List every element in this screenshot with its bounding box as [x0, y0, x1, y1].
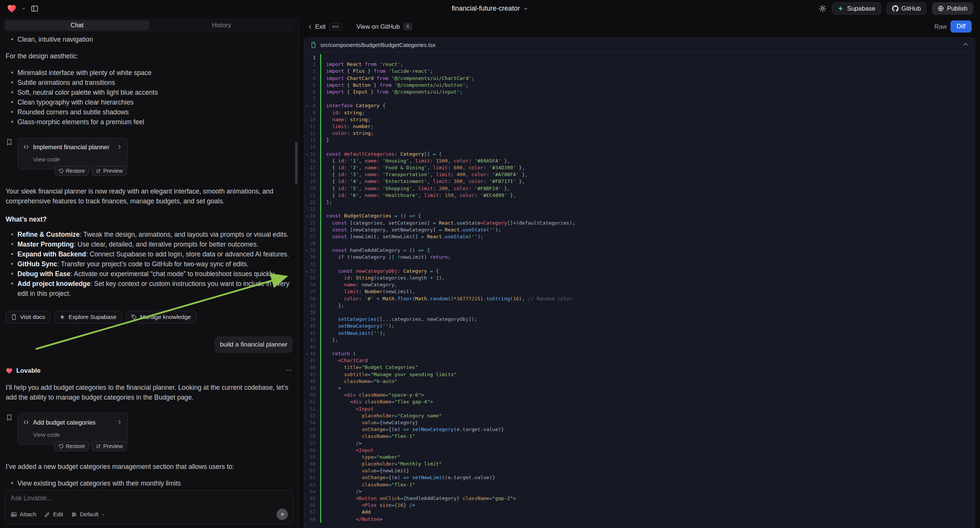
supabase-button[interactable]: Supabase	[832, 2, 881, 15]
tab-history[interactable]: History	[149, 21, 294, 30]
main-layout: Chat History Clean, intuitive navigation…	[0, 17, 980, 528]
attach-button[interactable]: Attach	[11, 511, 37, 518]
quick-actions-row: Visit docsExplore SupabaseManage knowled…	[6, 310, 293, 323]
version-card-title: Add budget categories	[33, 417, 113, 427]
code-body[interactable]: 12import React from 'react';3import { Pl…	[304, 52, 975, 528]
settings-gear-icon[interactable]	[819, 5, 827, 13]
preview-button[interactable]: Preview	[92, 441, 127, 451]
code-line: 26 const [newCategory, setNewCategory] =…	[304, 226, 975, 233]
project-title-menu[interactable]: financial-future-creator	[452, 5, 528, 13]
fold-marker[interactable]: ▾	[306, 103, 308, 110]
list-item: Expand with Backend: Connect Supabase to…	[6, 249, 293, 259]
assistant-paragraph: I’ve added a new budget categories manag…	[6, 462, 293, 472]
github-label: GitHub	[902, 5, 921, 12]
code-line: 59 type="number"	[304, 454, 975, 461]
line-number: 23	[304, 206, 320, 213]
raw-button[interactable]: Raw	[934, 23, 947, 30]
view-code-link[interactable]: View code	[33, 154, 123, 164]
code-content: interface Category {	[320, 102, 975, 109]
line-number: 25	[304, 220, 320, 226]
message-options-button[interactable]	[286, 367, 293, 375]
explore-supabase-button[interactable]: Explore Supabase	[54, 310, 122, 323]
bullet-list: Refine & Customize: Tweak the design, an…	[6, 229, 293, 299]
code-line: 19 { id: '4', name: 'Entertainment', lim…	[304, 178, 975, 185]
lovable-logo-icon[interactable]	[7, 4, 17, 14]
line-number: 63	[304, 482, 320, 488]
arrow-up-icon	[280, 512, 285, 517]
bolt-icon	[59, 314, 65, 320]
code-line: 7	[304, 95, 975, 102]
fold-marker[interactable]: ▾	[306, 213, 308, 220]
code-content: import ChartCard from '@/components/ui/C…	[320, 75, 975, 82]
line-number: 45	[304, 357, 320, 364]
fold-marker[interactable]: ▾	[306, 268, 308, 275]
list-item: Clean typography with clear hierarchies	[6, 97, 293, 107]
code-line: 46 title="Budget Categories"	[304, 364, 975, 371]
code-content: <div className="flex gap-4">	[320, 398, 975, 405]
preview-button[interactable]: Preview	[92, 166, 127, 176]
manage-knowledge-button[interactable]: Manage knowledge	[126, 310, 196, 323]
diff-button[interactable]: Diff	[950, 21, 972, 33]
tab-chat[interactable]: Chat	[5, 21, 149, 30]
chevron-right-icon	[116, 144, 123, 150]
list-item: Minimalist interface with plenty of whit…	[6, 68, 293, 78]
fold-marker[interactable]: ▾	[306, 351, 308, 358]
code-line: 53 placeholder="Category name"	[304, 412, 975, 419]
send-button[interactable]	[277, 509, 288, 520]
chevron-down-icon	[523, 6, 528, 11]
bullet-list: Clean, intuitive navigation	[6, 35, 293, 44]
file-bar[interactable]: src/components/budget/BudgetCategories.t…	[304, 38, 975, 52]
restore-icon	[59, 444, 64, 449]
line-number: 9	[304, 110, 320, 116]
view-code-link[interactable]: View code	[33, 430, 123, 440]
line-number: 64	[304, 488, 320, 495]
restore-icon	[59, 169, 64, 173]
line-number: 47	[304, 371, 320, 378]
code-content: className="flex-1"	[320, 482, 975, 488]
code-line: 62 onChange={(e) => setNewLimit(e.target…	[304, 474, 975, 481]
assistant-name: Lovable	[16, 366, 282, 376]
list-item: Master Prompting: Use clear, detailed, a…	[6, 239, 293, 249]
code-line: 42 };	[304, 337, 975, 344]
line-number: ▾29	[304, 247, 320, 254]
sidebar-toggle-icon[interactable]	[31, 5, 39, 13]
restore-button[interactable]: Restore	[54, 441, 89, 451]
code-line: 1	[304, 54, 975, 61]
chevron-right-icon	[116, 419, 123, 425]
version-card[interactable]: Add budget categoriesView codeRestorePre…	[18, 413, 128, 445]
version-card[interactable]: Implement financial plannerView codeRest…	[18, 137, 128, 170]
chat-input[interactable]	[11, 494, 288, 506]
workspace-chevron-down-icon[interactable]	[21, 6, 26, 11]
list-item: Subtle animations and transitions	[6, 78, 293, 87]
line-number: 1	[304, 54, 320, 61]
line-number: 57	[304, 440, 320, 447]
edit-button[interactable]: Edit	[44, 511, 63, 518]
code-line: 43	[304, 344, 975, 350]
chat-composer: Attach Edit Default	[5, 490, 294, 524]
code-line: 41 setNewLimit('');	[304, 330, 975, 337]
github-button[interactable]: GitHub	[886, 2, 927, 15]
fold-marker[interactable]: ▾	[306, 247, 308, 254]
code-content: name: string;	[320, 116, 975, 123]
code-line: 68 </Button>	[304, 516, 975, 523]
line-number: ▾24	[304, 213, 320, 219]
code-line: 28	[304, 240, 975, 247]
chevron-up-icon[interactable]	[963, 41, 969, 48]
restore-label: Restore	[66, 168, 85, 174]
chat-scrollbar-thumb[interactable]	[295, 142, 298, 184]
line-number: 6	[304, 89, 320, 95]
code-content: Add	[320, 509, 975, 515]
line-number: 31	[304, 261, 320, 268]
exit-button[interactable]: Exit	[307, 23, 326, 30]
publish-button[interactable]: Publish	[932, 2, 973, 15]
chevron-left-icon	[307, 24, 313, 30]
visit-docs-button[interactable]: Visit docs	[6, 310, 50, 323]
code-line: 30 if (!newCategory || !newLimit) return…	[304, 254, 975, 261]
code-line: 61 value={newLimit}	[304, 468, 975, 474]
line-number: 49	[304, 385, 320, 392]
fold-marker[interactable]: ▾	[306, 151, 308, 158]
code-content: import { Button } from '@/components/ui/…	[320, 82, 975, 89]
view-on-github-button[interactable]: View on GitHub	[356, 23, 400, 30]
restore-button[interactable]: Restore	[54, 166, 89, 176]
default-mode-button[interactable]: Default	[71, 511, 105, 518]
